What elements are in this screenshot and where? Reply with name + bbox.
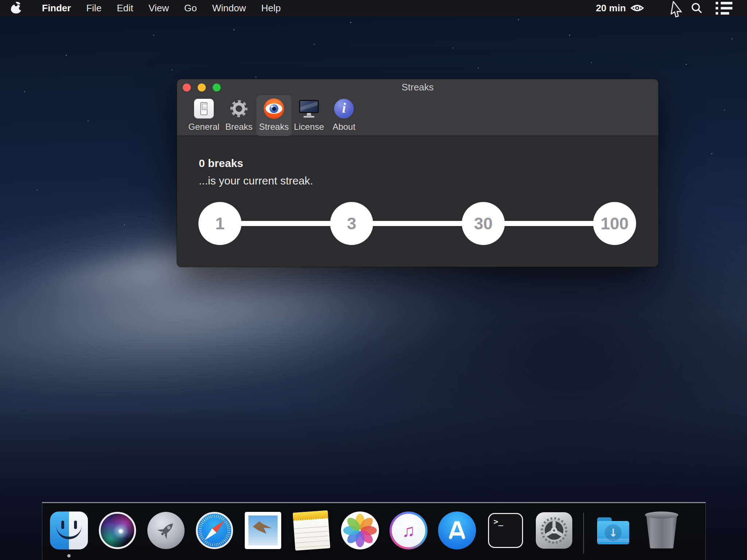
window-title: Streaks	[402, 82, 434, 93]
close-button[interactable]	[183, 83, 191, 92]
dock-item-appstore[interactable]	[438, 511, 476, 550]
menu-bar-status-area: 20 min	[596, 2, 738, 15]
dock-item-photos[interactable]	[341, 511, 379, 550]
trash-icon	[646, 512, 678, 549]
notes-notepad-icon	[293, 510, 330, 551]
dock-item-notes[interactable]	[292, 511, 331, 550]
tab-general-label: General	[188, 122, 219, 132]
safari-compass-icon	[196, 512, 233, 549]
tab-breaks-label: Breaks	[225, 122, 253, 132]
dock-item-finder[interactable]	[50, 511, 88, 550]
milestone-line	[220, 221, 615, 226]
tab-license-label: License	[294, 122, 324, 132]
mail-stamp-icon	[245, 512, 281, 549]
menu-view[interactable]: View	[141, 0, 177, 16]
zoom-button[interactable]	[213, 83, 221, 92]
dock-item-trash[interactable]	[642, 511, 681, 550]
traffic-lights	[183, 83, 221, 92]
dock-item-siri[interactable]	[98, 511, 137, 550]
tab-streaks[interactable]: Streaks	[256, 95, 291, 136]
menu-finder[interactable]: Finder	[34, 0, 78, 16]
menu-go[interactable]: Go	[177, 0, 205, 16]
streaks-preferences-window: Streaks General Breaks	[177, 79, 658, 267]
downloads-folder-icon: ↓	[594, 512, 632, 549]
photos-flower-icon	[341, 512, 379, 549]
gear-icon	[229, 98, 249, 119]
milestone-circle-3: 3	[330, 202, 373, 245]
break-timer-menu-extra[interactable]: 20 min	[596, 3, 644, 14]
spotlight-search-icon[interactable]	[691, 2, 703, 14]
streaks-pane: 0 breaks ...is your current streak. 1 3 …	[177, 136, 658, 267]
menu-file[interactable]: File	[78, 0, 109, 16]
preferences-toolbar: General Breaks	[177, 95, 658, 136]
window-titlebar[interactable]: Streaks	[177, 79, 658, 95]
terminal-icon: >_	[488, 513, 523, 548]
light-switch-icon	[194, 98, 214, 119]
notification-center-icon[interactable]	[716, 2, 732, 15]
milestone-circle-1: 1	[198, 202, 241, 245]
launchpad-rocket-icon	[147, 512, 185, 549]
apple-menu-icon[interactable]	[11, 2, 21, 14]
milestone-circle-100: 100	[593, 202, 636, 245]
dock-item-downloads[interactable]: ↓	[594, 511, 632, 550]
tab-general[interactable]: General	[186, 95, 221, 136]
dock-item-itunes[interactable]: ♫	[389, 511, 428, 550]
info-icon: i	[334, 98, 354, 119]
itunes-music-icon: ♫	[390, 512, 427, 549]
tab-about[interactable]: i About	[326, 95, 361, 136]
dock-item-system-preferences[interactable]	[535, 511, 573, 550]
tab-streaks-label: Streaks	[259, 122, 289, 132]
eye-timer-icon	[630, 3, 644, 13]
eye-app-icon	[264, 98, 284, 119]
mouse-cursor	[667, 0, 686, 21]
dock: ♫ >_	[42, 502, 706, 560]
dock-item-mail[interactable]	[244, 511, 282, 550]
menu-help[interactable]: Help	[253, 0, 288, 16]
dock-item-terminal[interactable]: >_	[486, 511, 525, 550]
finder-icon	[50, 512, 88, 549]
tab-license[interactable]: License	[291, 95, 326, 136]
finder-running-indicator	[67, 554, 71, 557]
siri-icon	[99, 512, 136, 549]
dock-item-launchpad[interactable]	[147, 511, 185, 550]
tab-breaks[interactable]: Breaks	[221, 95, 256, 136]
tab-about-label: About	[333, 122, 356, 132]
menu-window[interactable]: Window	[205, 0, 253, 16]
display-icon	[299, 98, 319, 119]
system-preferences-gear-icon	[536, 512, 572, 549]
break-timer-label: 20 min	[596, 3, 626, 14]
minimize-button[interactable]	[198, 83, 206, 92]
window-chrome: Streaks General Breaks	[177, 79, 658, 136]
menu-edit[interactable]: Edit	[109, 0, 141, 16]
app-store-icon	[438, 512, 476, 549]
streak-milestone-track: 1 3 30 100	[177, 136, 658, 267]
dock-item-safari[interactable]	[195, 511, 234, 550]
dock-divider	[583, 513, 584, 553]
milestone-circle-30: 30	[462, 202, 505, 245]
menu-bar: Finder File Edit View Go Window Help 20 …	[0, 0, 747, 16]
